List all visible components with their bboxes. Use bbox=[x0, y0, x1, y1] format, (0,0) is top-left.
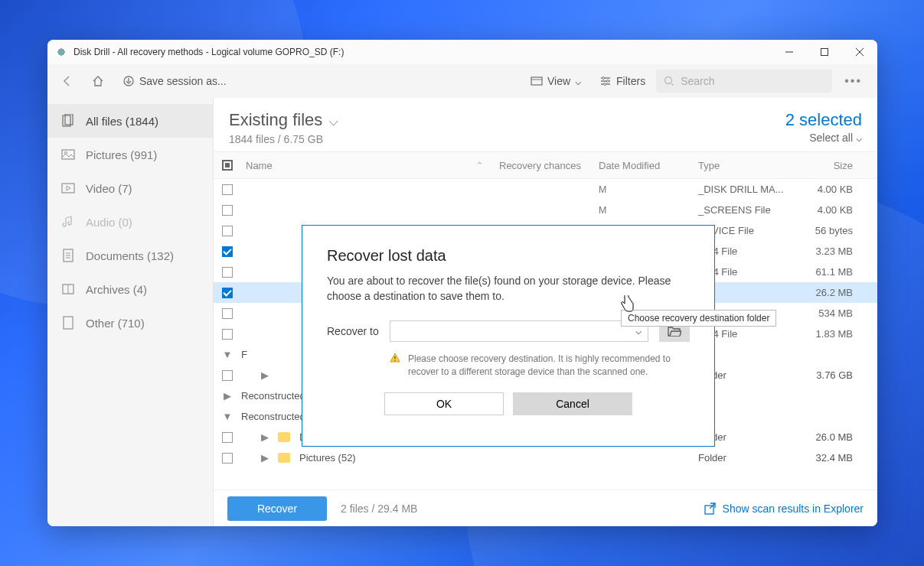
selected-count: 2 selected bbox=[785, 110, 862, 130]
row-checkbox[interactable] bbox=[222, 267, 233, 278]
sort-asc-icon: ⌃ bbox=[475, 160, 484, 171]
toolbar: Save session as... View ⌵ Filters Search… bbox=[47, 64, 877, 98]
table-header: Name⌃ Recovery chances Date Modified Typ… bbox=[214, 151, 877, 179]
recover-to-label: Recover to bbox=[327, 325, 379, 337]
row-checkbox[interactable] bbox=[222, 370, 233, 381]
video-icon bbox=[61, 181, 75, 195]
svg-point-12 bbox=[604, 83, 606, 86]
row-checkbox[interactable] bbox=[222, 205, 233, 216]
app-icon bbox=[55, 46, 67, 58]
dialog-ok-button[interactable]: OK bbox=[384, 392, 504, 415]
minimize-button[interactable] bbox=[772, 40, 807, 64]
app-window: Disk Drill - All recovery methods - Logi… bbox=[47, 40, 877, 526]
row-checkbox[interactable] bbox=[222, 184, 233, 195]
expand-arrow-icon[interactable]: ▶ bbox=[261, 452, 269, 464]
maximize-button[interactable] bbox=[807, 40, 842, 64]
archives-icon bbox=[61, 282, 75, 296]
sidebar-item-other[interactable]: Other (710) bbox=[47, 306, 213, 340]
dialog-cancel-button[interactable]: Cancel bbox=[513, 392, 632, 415]
sidebar-item-label: Audio (0) bbox=[86, 216, 132, 229]
sidebar-item-label: Pictures (991) bbox=[86, 148, 157, 161]
row-date: M bbox=[599, 205, 698, 216]
row-size: 4.00 KB bbox=[790, 184, 867, 195]
save-session-button[interactable]: Save session as... bbox=[115, 70, 234, 92]
search-icon bbox=[664, 76, 674, 86]
show-in-explorer-link[interactable]: Show scan results in Explorer bbox=[704, 503, 864, 515]
row-checkbox[interactable] bbox=[222, 308, 233, 319]
footer: Recover 2 files / 29.4 MB Show scan resu… bbox=[214, 490, 877, 526]
row-checkbox[interactable] bbox=[222, 246, 233, 257]
tooltip: Choose recovery destination folder bbox=[621, 310, 776, 327]
close-button[interactable] bbox=[842, 40, 877, 64]
save-session-label: Save session as... bbox=[139, 75, 227, 87]
footer-selection-info: 2 files / 29.4 MB bbox=[341, 503, 417, 515]
dialog-description: You are about to recover the file(s) fou… bbox=[327, 274, 690, 304]
table-row[interactable]: M_SCREENS File4.00 KB bbox=[214, 200, 877, 220]
row-size: 32.4 MB bbox=[790, 452, 867, 464]
row-checkbox[interactable] bbox=[222, 288, 233, 298]
view-title-dropdown[interactable]: Existing files ⌵ bbox=[229, 110, 785, 130]
sidebar: All files (1844) Pictures (991) Video (7… bbox=[47, 98, 214, 526]
file-count-summary: 1844 files / 6.75 GB bbox=[229, 133, 785, 145]
sidebar-item-all-files[interactable]: All files (1844) bbox=[47, 104, 213, 138]
row-type: _SCREENS File bbox=[698, 204, 790, 216]
view-button[interactable]: View ⌵ bbox=[523, 70, 589, 92]
chevron-down-icon: ⌵ bbox=[575, 75, 581, 87]
other-icon bbox=[61, 316, 75, 330]
column-recovery[interactable]: Recovery chances bbox=[499, 160, 599, 171]
expand-arrow-icon[interactable]: ▶ bbox=[261, 369, 269, 381]
select-all-button[interactable]: Select all ⌵ bbox=[785, 132, 862, 144]
back-button[interactable] bbox=[54, 70, 81, 92]
sidebar-item-pictures[interactable]: Pictures (991) bbox=[47, 138, 213, 171]
select-all-checkbox[interactable] bbox=[222, 160, 233, 171]
sidebar-item-label: Other (710) bbox=[86, 317, 145, 330]
recover-button[interactable]: Recover bbox=[227, 496, 327, 521]
search-input[interactable]: Search bbox=[656, 70, 832, 93]
pictures-icon bbox=[61, 148, 75, 161]
view-label: View bbox=[547, 75, 570, 87]
row-size: 61.1 MB bbox=[790, 266, 867, 278]
svg-rect-26 bbox=[64, 317, 73, 329]
row-checkbox[interactable] bbox=[222, 453, 233, 464]
group-row[interactable]: ▶Pictures (52)Folder32.4 MB bbox=[214, 447, 877, 468]
sidebar-item-label: Archives (4) bbox=[86, 283, 147, 296]
window-title: Disk Drill - All recovery methods - Logi… bbox=[73, 47, 772, 57]
row-size: 3.23 MB bbox=[790, 246, 867, 257]
column-date[interactable]: Date Modified bbox=[599, 160, 698, 171]
folder-icon bbox=[278, 453, 290, 463]
group-toggle-icon[interactable]: ▶ bbox=[214, 390, 241, 402]
column-name[interactable]: Name⌃ bbox=[241, 160, 499, 171]
search-placeholder: Search bbox=[681, 75, 714, 87]
recover-dialog: Recover lost data You are about to recov… bbox=[302, 225, 715, 447]
column-size[interactable]: Size bbox=[790, 160, 867, 171]
filters-button[interactable]: Filters bbox=[592, 70, 653, 92]
group-toggle-icon[interactable]: ▼ bbox=[214, 349, 241, 360]
svg-rect-19 bbox=[62, 184, 74, 193]
row-checkbox[interactable] bbox=[222, 226, 233, 236]
more-menu-button[interactable]: ••• bbox=[835, 70, 871, 93]
row-name: Pictures (52) bbox=[299, 452, 356, 464]
group-toggle-icon[interactable]: ▼ bbox=[214, 411, 241, 422]
sidebar-item-archives[interactable]: Archives (4) bbox=[47, 272, 213, 306]
row-type: Folder bbox=[698, 452, 790, 464]
filters-label: Filters bbox=[616, 75, 645, 87]
svg-rect-1 bbox=[821, 49, 828, 56]
row-checkbox[interactable] bbox=[222, 329, 233, 340]
folder-open-icon bbox=[668, 325, 681, 337]
home-button[interactable] bbox=[84, 70, 112, 92]
row-type: _DISK DRILL MA... bbox=[698, 184, 790, 195]
row-checkbox[interactable] bbox=[222, 432, 233, 443]
folder-icon bbox=[278, 432, 290, 442]
destination-combobox[interactable] bbox=[390, 320, 648, 342]
sidebar-item-documents[interactable]: Documents (132) bbox=[47, 239, 213, 272]
sidebar-item-label: All files (1844) bbox=[86, 115, 158, 128]
chevron-down-icon: ⌵ bbox=[856, 132, 862, 144]
row-size: 4.00 KB bbox=[790, 204, 867, 216]
expand-arrow-icon[interactable]: ▶ bbox=[261, 431, 269, 443]
svg-rect-27 bbox=[705, 506, 713, 514]
sidebar-item-video[interactable]: Video (7) bbox=[47, 171, 213, 205]
sidebar-item-audio[interactable]: Audio (0) bbox=[47, 205, 213, 239]
table-row[interactable]: M_DISK DRILL MA...4.00 KB bbox=[214, 179, 877, 200]
column-type[interactable]: Type bbox=[698, 160, 790, 171]
titlebar: Disk Drill - All recovery methods - Logi… bbox=[47, 40, 877, 64]
